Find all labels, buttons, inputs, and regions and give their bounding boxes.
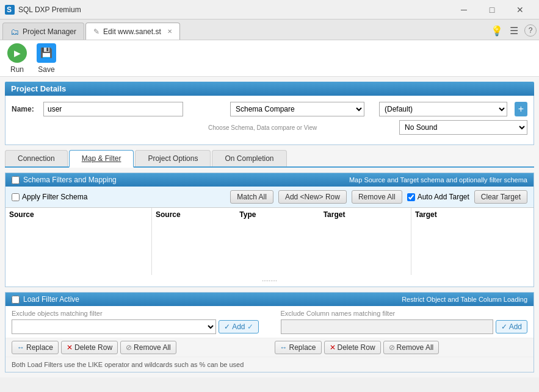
replace-label-left: Replace	[26, 343, 53, 352]
tab-edit-label: Edit www.sanet.st	[103, 27, 161, 36]
schema-right-col: Target	[411, 208, 534, 275]
run-button[interactable]: ▶ Run	[7, 43, 27, 74]
bulb-button[interactable]: 💡	[490, 24, 504, 37]
replace-icon-left: ↔	[17, 343, 24, 352]
delete-row-button-left[interactable]: ✕ Delete Row	[61, 341, 118, 354]
schema-header-right: Map Source and Target schema and optiona…	[349, 176, 527, 184]
remove-all-button-left[interactable]: ⊘ Remove All	[120, 341, 176, 354]
schema-filters-label: Schema Filters and Mapping	[23, 176, 117, 184]
title-bar: S SQL DXP Premium ─ □ ✕	[0, 0, 539, 20]
load-filter-checkbox[interactable]	[12, 296, 20, 304]
remove-all-button-right[interactable]: ⊘ Remove All	[383, 341, 440, 354]
save-label: Save	[38, 65, 54, 74]
tab-project-manager-label: Project Manager	[23, 27, 76, 36]
close-button[interactable]: ✕	[506, 0, 534, 20]
no-sound-select[interactable]: No Sound	[399, 120, 527, 135]
tab-project-manager[interactable]: 🗂 Project Manager	[2, 23, 84, 40]
replace-label-right: Replace	[289, 343, 316, 352]
apply-filter-text: Apply Filter Schema	[22, 193, 87, 201]
remove-all-label-right: Remove All	[397, 343, 434, 352]
schema-header-left: Schema Filters and Mapping	[12, 176, 117, 184]
name-input[interactable]	[43, 102, 183, 116]
schema-source-col-header: Source	[156, 210, 239, 219]
schema-compare-select[interactable]: Schema Compare Data Compare View	[230, 102, 364, 116]
add-new-row-button[interactable]: Add <New> Row	[278, 190, 347, 204]
tab-connection-label: Connection	[18, 154, 55, 163]
load-filter-title: Load Filter Active	[23, 295, 79, 304]
exclude-objects-select[interactable]	[12, 319, 216, 334]
auto-add-target-label[interactable]: Auto Add Target	[407, 193, 469, 201]
save-button[interactable]: 💾 Save	[37, 43, 56, 74]
main-content: Project Details Name: Schema Compare Dat…	[0, 77, 539, 377]
schema-filters-checkbox[interactable]	[12, 176, 20, 184]
exclude-columns-input[interactable]	[281, 319, 493, 334]
resizer-dots[interactable]: ·········	[5, 275, 534, 287]
menu-button[interactable]: ☰	[507, 24, 521, 37]
add-objects-label: Add	[232, 323, 245, 331]
schema-columns-area: Source Source Type Target Target	[5, 208, 534, 275]
schema-left-col: Source	[5, 208, 152, 275]
tab-project-options[interactable]: Project Options	[135, 150, 211, 166]
remove-all-icon-left: ⊘	[126, 343, 132, 352]
add-check-icon: ✓	[224, 323, 230, 331]
project-details-header: Project Details	[5, 82, 534, 96]
add-columns-label: Add	[509, 323, 522, 331]
schema-middle-header-row: Source Type Target	[152, 208, 411, 221]
load-filter-header-right: Restrict Object and Table Column Loading	[402, 296, 527, 303]
app-icon: S	[5, 5, 15, 15]
apply-filter-label[interactable]: Apply Filter Schema	[12, 193, 87, 201]
add-objects-checkmark: ✓	[247, 323, 253, 331]
replace-button-left[interactable]: ↔ Replace	[12, 341, 59, 354]
schema-left-header: Source	[9, 210, 148, 219]
tab-bar: 🗂 Project Manager ✎ Edit www.sanet.st ✕ …	[0, 20, 539, 40]
remove-all-label-left: Remove All	[134, 343, 171, 352]
schema-controls: Apply Filter Schema Match All Add <New> …	[5, 187, 534, 208]
tab-map-filter-label: Map & Filter	[82, 154, 121, 163]
replace-button-right[interactable]: ↔ Replace	[275, 341, 322, 354]
right-actions: ↔ Replace ✕ Delete Row ⊘ Remove All	[275, 341, 528, 354]
schema-hint: Choose Schema, Data compare or View	[208, 124, 317, 131]
schema-middle-cols: Source Type Target	[152, 208, 411, 275]
add-objects-button[interactable]: ✓ Add ✓	[219, 320, 258, 333]
bottom-note: Both Load Filters use the LIKE operator …	[5, 357, 534, 372]
apply-filter-checkbox[interactable]	[12, 193, 20, 201]
tab-map-filter[interactable]: Map & Filter	[69, 150, 134, 168]
left-actions: ↔ Replace ✕ Delete Row ⊘ Remove All	[12, 341, 265, 354]
app-title: SQL DXP Premium	[18, 5, 81, 14]
title-bar-controls: ─ □ ✕	[450, 0, 534, 20]
schema-type-col-header: Type	[239, 210, 323, 219]
title-bar-left: S SQL DXP Premium	[5, 5, 81, 15]
replace-icon-right: ↔	[280, 343, 288, 352]
svg-text:S: S	[7, 5, 12, 14]
project-details-section: Project Details Name: Schema Compare Dat…	[5, 82, 534, 145]
match-all-button[interactable]: Match All	[230, 190, 273, 204]
tab-close-icon[interactable]: ✕	[167, 28, 172, 35]
exclude-columns-input-row: ✓ Add	[281, 319, 528, 334]
minimize-button[interactable]: ─	[450, 0, 478, 20]
add-columns-button[interactable]: ✓ Add	[496, 320, 527, 333]
maximize-button[interactable]: □	[478, 0, 506, 20]
load-filter-header-left: Load Filter Active	[12, 295, 79, 304]
delete-row-button-right[interactable]: ✕ Delete Row	[324, 341, 381, 354]
default-select[interactable]: (Default)	[379, 102, 507, 116]
plus-button[interactable]: +	[515, 102, 527, 116]
load-filter-header: Load Filter Active Restrict Object and T…	[5, 293, 534, 306]
schema-header: Schema Filters and Mapping Map Source an…	[5, 173, 534, 187]
exclude-columns-label: Exclude Column names matching filter	[281, 310, 528, 317]
tab-edit[interactable]: ✎ Edit www.sanet.st ✕	[85, 23, 180, 40]
auto-add-target-checkbox[interactable]	[407, 193, 415, 201]
clear-target-button[interactable]: Clear Target	[474, 190, 527, 204]
load-filter-section: Load Filter Active Restrict Object and T…	[5, 292, 534, 372]
project-details-body: Name: Schema Compare Data Compare View (…	[5, 96, 534, 145]
exclude-columns-group: Exclude Column names matching filter ✓ A…	[281, 310, 528, 334]
run-icon: ▶	[7, 43, 27, 63]
tab-connection[interactable]: Connection	[5, 150, 68, 166]
tab-on-completion[interactable]: On Completion	[212, 150, 286, 166]
help-button[interactable]: ?	[524, 24, 537, 37]
remove-all-button[interactable]: Remove All	[352, 190, 402, 204]
run-label: Run	[10, 65, 24, 74]
project-details-row2: Choose Schema, Data compare or View No S…	[12, 120, 527, 135]
edit-icon: ✎	[93, 27, 99, 36]
delete-row-label-left: Delete Row	[74, 343, 112, 352]
exclude-objects-group: Exclude objects matching filter ✓ Add ✓	[12, 310, 259, 334]
